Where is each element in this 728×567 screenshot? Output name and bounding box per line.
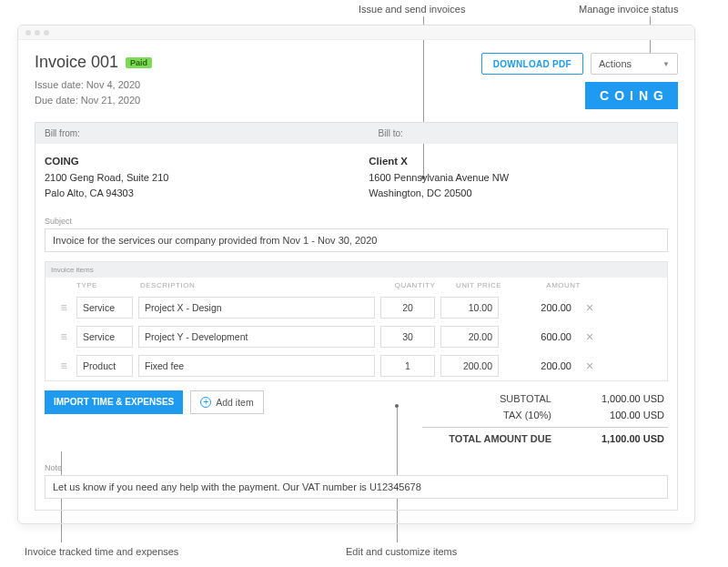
bill-to-line2: Washington, DC 20500 bbox=[369, 187, 471, 198]
item-desc-input[interactable]: Fixed fee bbox=[138, 355, 375, 377]
bill-from-line1: 2100 Geng Road, Suite 210 bbox=[45, 172, 168, 183]
subject-label: Subject bbox=[45, 217, 677, 226]
item-type-input[interactable]: Product bbox=[76, 355, 133, 377]
item-price-input[interactable]: 200.00 bbox=[440, 355, 499, 377]
note-input[interactable]: Let us know if you need any help with th… bbox=[45, 475, 668, 499]
items-section-label: Invoice items bbox=[46, 262, 667, 278]
item-type-input[interactable]: Service bbox=[76, 326, 133, 348]
delete-item-icon[interactable]: × bbox=[577, 300, 602, 315]
col-description: DESCRIPTION bbox=[140, 281, 384, 289]
item-row: ≡ Service Project X - Design 20 10.00 20… bbox=[46, 293, 667, 322]
item-desc-input[interactable]: Project X - Design bbox=[138, 297, 375, 319]
bill-to-label: Bill to: bbox=[369, 123, 677, 144]
note-label: Note bbox=[45, 463, 677, 472]
delete-item-icon[interactable]: × bbox=[577, 359, 602, 373]
drag-handle-icon[interactable]: ≡ bbox=[51, 301, 76, 314]
traffic-light-close[interactable] bbox=[25, 30, 31, 35]
item-row: ≡ Product Fixed fee 1 200.00 200.00 × bbox=[46, 351, 667, 380]
window-titlebar bbox=[18, 25, 694, 40]
plus-circle-icon: + bbox=[200, 397, 211, 408]
subtotal-label: SUBTOTAL bbox=[426, 393, 573, 404]
download-pdf-button[interactable]: DOWNLOAD PDF bbox=[481, 53, 583, 75]
item-row: ≡ Service Project Y - Development 30 20.… bbox=[46, 322, 667, 351]
col-amount: AMOUNT bbox=[511, 281, 584, 289]
total-value: 1,100.00 USD bbox=[573, 433, 664, 444]
item-amount: 200.00 bbox=[504, 302, 577, 313]
drag-handle-icon[interactable]: ≡ bbox=[51, 359, 76, 372]
col-quantity: QUANTITY bbox=[384, 281, 446, 289]
due-date: Due date: Nov 21, 2020 bbox=[35, 93, 152, 108]
item-price-input[interactable]: 20.00 bbox=[440, 326, 499, 348]
item-desc-input[interactable]: Project Y - Development bbox=[138, 326, 375, 348]
item-amount: 600.00 bbox=[504, 331, 577, 342]
import-time-expenses-button[interactable]: IMPORT TIME & EXPENSES bbox=[45, 390, 183, 414]
app-window: Invoice 001 Paid Issue date: Nov 4, 2020… bbox=[17, 25, 695, 524]
item-amount: 200.00 bbox=[504, 360, 577, 371]
col-unit-price: UNIT PRICE bbox=[446, 281, 511, 289]
callout-edit-items: Edit and customize items bbox=[346, 546, 457, 557]
drag-handle-icon[interactable]: ≡ bbox=[51, 330, 76, 343]
tax-label: TAX (10%) bbox=[426, 410, 573, 420]
col-type: TYPE bbox=[76, 281, 140, 289]
callout-issue-send: Issue and send invoices bbox=[359, 4, 465, 15]
bill-to-line1: 1600 Pennsylvania Avenue NW bbox=[369, 172, 509, 183]
actions-label: Actions bbox=[599, 58, 632, 69]
add-item-label: Add item bbox=[216, 397, 253, 408]
subtotal-value: 1,000.00 USD bbox=[573, 393, 664, 404]
actions-dropdown[interactable]: Actions ▼ bbox=[591, 53, 678, 75]
traffic-light-max[interactable] bbox=[44, 30, 49, 35]
callout-manage-status: Manage invoice status bbox=[579, 4, 678, 15]
invoice-title: Invoice 001 bbox=[35, 53, 118, 72]
chevron-down-icon: ▼ bbox=[662, 60, 670, 68]
delete-item-icon[interactable]: × bbox=[577, 329, 602, 344]
status-badge: Paid bbox=[126, 57, 152, 68]
item-qty-input[interactable]: 1 bbox=[380, 355, 435, 377]
bill-from-line2: Palo Alto, CA 94303 bbox=[45, 187, 134, 198]
item-type-input[interactable]: Service bbox=[76, 297, 133, 319]
item-price-input[interactable]: 10.00 bbox=[440, 297, 499, 319]
item-qty-input[interactable]: 20 bbox=[380, 297, 435, 319]
traffic-light-min[interactable] bbox=[35, 30, 40, 35]
item-qty-input[interactable]: 30 bbox=[380, 326, 435, 348]
bill-from-label: Bill from: bbox=[35, 123, 369, 144]
tax-value: 100.00 USD bbox=[573, 410, 664, 420]
callout-tracked: Invoice tracked time and expenses bbox=[25, 546, 178, 557]
issue-date: Issue date: Nov 4, 2020 bbox=[35, 77, 152, 93]
bill-to-name: Client X bbox=[369, 156, 408, 167]
brand-logo: COING bbox=[585, 82, 678, 109]
add-item-button[interactable]: + Add item bbox=[190, 390, 263, 414]
total-label: TOTAL AMOUNT DUE bbox=[426, 433, 573, 444]
subject-input[interactable]: Invoice for the services our company pro… bbox=[45, 228, 668, 252]
bill-from-name: COING bbox=[45, 156, 79, 167]
